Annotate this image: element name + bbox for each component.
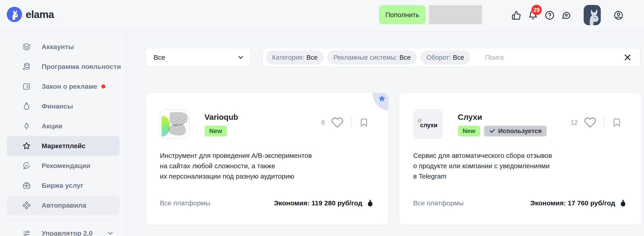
dropdown-value: Все <box>154 54 165 61</box>
logo-sketch-art <box>169 124 186 136</box>
heart-icon[interactable] <box>584 116 596 128</box>
card-title: Слухи <box>458 112 482 122</box>
chip-label: Рекламные системы: <box>334 54 398 61</box>
sidebar-item-label: Аккаунты <box>42 43 74 51</box>
sidebar-item-label: Управлятор 2.0 <box>42 230 92 236</box>
sidebar-item-finance[interactable]: Финансы <box>7 96 120 116</box>
money-bag-icon <box>620 199 626 207</box>
sidebar-item-label: Рекомендации <box>42 162 90 170</box>
sidebar-item-autorules[interactable]: Автоправила <box>7 196 120 215</box>
bookmark-icon[interactable] <box>612 118 622 127</box>
check-icon <box>489 128 496 134</box>
sidebar-item-label: Закон о рекламе <box>42 83 97 90</box>
sidebar: Аккаунты Программа лояльности Закон о ре… <box>0 32 126 236</box>
header: elama Пополнить 29 <box>0 0 644 32</box>
star-icon <box>22 142 30 150</box>
savings-text: Экономия: 17 760 руб/год <box>530 199 615 207</box>
logo-text: слухи <box>420 122 437 129</box>
sidebar-item-promos[interactable]: Акции <box>7 116 120 136</box>
featured-ribbon <box>373 93 388 110</box>
new-badge: New <box>204 126 227 136</box>
card-title: Varioqub <box>204 112 238 122</box>
service-logo: слухи <box>413 109 443 139</box>
chip-label: Категория: <box>272 54 304 61</box>
card-badges: New <box>204 126 227 136</box>
search-input[interactable] <box>485 54 624 61</box>
clear-search-icon[interactable] <box>624 53 632 62</box>
user-avatar[interactable] <box>584 5 601 25</box>
money-bag-icon <box>22 102 30 110</box>
diamonds-icon <box>22 201 30 210</box>
topup-button[interactable]: Пополнить <box>379 5 426 24</box>
sidebar-item-marketplace[interactable]: Маркетплейс <box>7 136 120 156</box>
card-footer: Все платформы Экономия: 17 760 руб/год <box>413 199 626 207</box>
savings: Экономия: 17 760 руб/год <box>530 199 626 207</box>
platforms-label: Все платформы <box>413 199 464 207</box>
card-description: Инструмент для проведения A/B-эксперимен… <box>160 150 312 182</box>
sidebar-divider <box>6 220 114 220</box>
sidebar-item-upravlyator[interactable]: Управлятор 2.0 <box>7 224 120 236</box>
layers-icon <box>22 43 30 51</box>
chip-label: Оборот: <box>426 54 451 61</box>
card-footer: Все платформы Экономия: 119 280 руб/год <box>160 199 374 207</box>
chevron-down-icon <box>237 54 244 61</box>
marketplace-card-varioqub[interactable]: Varioqub New 6 Инструмент для проведения… <box>146 93 388 225</box>
account-icon[interactable] <box>614 10 623 20</box>
alert-dot <box>101 84 106 88</box>
search-bar: Категория: Все Рекламные системы: Все Об… <box>262 48 640 67</box>
sliders-icon <box>22 229 30 236</box>
marketplace-card-sluhi[interactable]: слухи Слухи New Используется 12 Сервис д… <box>399 93 641 225</box>
card-actions: 6 <box>321 116 368 129</box>
chip-value: Все <box>453 54 464 61</box>
sidebar-item-label: Финансы <box>42 102 73 110</box>
new-badge: New <box>458 126 480 136</box>
chat-icon[interactable] <box>562 10 571 20</box>
sidebar-item-ad-law[interactable]: Закон о рекламе <box>7 76 120 96</box>
flame-icon <box>22 122 30 130</box>
divider <box>351 117 352 128</box>
logo-arcs <box>418 118 424 123</box>
savings-text: Экономия: 119 280 руб/год <box>274 199 362 207</box>
sidebar-item-label: Биржа услуг <box>42 182 83 190</box>
used-badge: Используется <box>484 126 547 136</box>
sidebar-item-recommendations[interactable]: Рекомендации <box>7 156 120 176</box>
card-badges: New Используется <box>458 126 547 136</box>
card-actions: 12 <box>570 116 622 129</box>
document-icon <box>22 82 30 90</box>
likes-count: 6 <box>321 119 325 126</box>
sidebar-item-label: Акции <box>42 122 62 130</box>
filter-chip-category[interactable]: Категория: Все <box>266 50 324 64</box>
briefcase-icon <box>22 182 30 190</box>
page: elama Пополнить 29 Аккаунты <box>0 0 644 236</box>
sidebar-item-label: Автоправила <box>42 202 86 209</box>
savings: Экономия: 119 280 руб/год <box>274 199 374 207</box>
platforms-label: Все платформы <box>160 199 210 207</box>
money-bag-icon <box>367 199 374 207</box>
service-logo <box>160 109 190 139</box>
card-description: Сервис для автоматического сбора отзывов… <box>413 150 552 182</box>
likes-count: 12 <box>570 119 578 126</box>
help-icon[interactable] <box>545 10 554 20</box>
filter-chip-turnover[interactable]: Оборот: Все <box>420 50 470 64</box>
featured-star-icon <box>378 94 386 102</box>
sidebar-item-label: Программа лояльности <box>42 63 121 70</box>
chat-check-icon <box>22 162 30 170</box>
brand-text: elama <box>26 8 54 20</box>
heart-icon[interactable] <box>331 116 344 128</box>
thumbs-up-icon[interactable] <box>512 10 521 20</box>
category-dropdown[interactable]: Все <box>145 48 251 67</box>
chip-value: Все <box>306 54 318 61</box>
used-badge-label: Используется <box>498 128 542 135</box>
logo-gradient-blob <box>162 116 170 136</box>
notification-badge: 29 <box>532 5 542 15</box>
chevron-down-icon <box>106 230 114 236</box>
loyalty-icon <box>22 62 30 71</box>
filter-chip-ad-systems[interactable]: Рекламные системы: Все <box>328 50 417 64</box>
sidebar-item-services-exchange[interactable]: Биржа услуг <box>7 176 120 196</box>
bookmark-icon[interactable] <box>359 118 368 127</box>
brand-logo[interactable]: elama <box>7 7 54 22</box>
balance-placeholder[interactable] <box>429 5 482 24</box>
sidebar-item-label: Маркетплейс <box>42 142 86 150</box>
sidebar-item-loyalty-program[interactable]: Программа лояльности <box>7 57 120 76</box>
sidebar-item-accounts[interactable]: Аккаунты <box>7 37 120 57</box>
